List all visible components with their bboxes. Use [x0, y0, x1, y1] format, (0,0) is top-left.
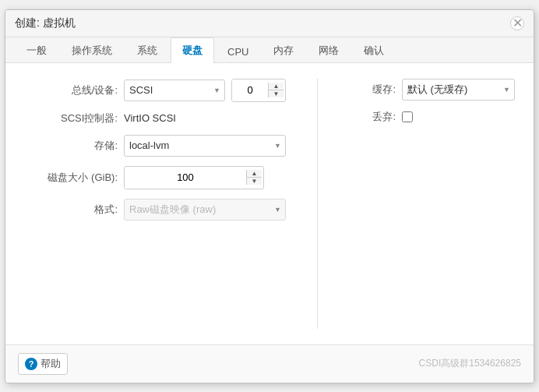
- disk-size-label: 磁盘大小 (GiB):: [24, 171, 118, 185]
- dialog-title: 创建: 虚拟机: [15, 16, 76, 30]
- tab-system[interactable]: 系统: [125, 37, 169, 63]
- bus-select[interactable]: SCSI: [124, 79, 225, 101]
- right-form-section: 缓存: 默认 (无缓存) 直接同步 回写 仅写入 丢弃:: [349, 79, 515, 329]
- device-spinbox-buttons: ▲ ▼: [268, 83, 284, 97]
- footer-watermark: CSDI高级群1534626825: [419, 357, 521, 370]
- format-select-wrapper: Raw磁盘映像 (raw): [124, 199, 286, 221]
- tab-os[interactable]: 操作系统: [60, 37, 124, 63]
- help-button[interactable]: ? 帮助: [18, 353, 68, 375]
- disk-size-spinbox-buttons: ▲ ▼: [246, 170, 262, 185]
- scsi-controller-value: VirtIO SCSI: [124, 112, 176, 124]
- dialog-footer: ? 帮助 CSDI高级群1534626825: [5, 344, 534, 383]
- device-decrement-button[interactable]: ▼: [269, 90, 284, 97]
- discard-row: 丢弃:: [349, 110, 515, 124]
- device-increment-button[interactable]: ▲: [269, 83, 284, 90]
- section-divider: [317, 79, 318, 329]
- disk-size-row: 磁盘大小 (GiB): ▲ ▼: [24, 166, 286, 189]
- format-label: 格式:: [24, 203, 118, 217]
- close-icon: ✕: [513, 16, 523, 30]
- disk-size-input[interactable]: [125, 167, 246, 189]
- device-input[interactable]: [232, 79, 268, 101]
- storage-row: 存储: local-lvm local: [24, 135, 286, 157]
- disk-size-decrement-button[interactable]: ▼: [247, 178, 262, 185]
- device-spinbox: ▲ ▼: [231, 79, 286, 102]
- cache-select[interactable]: 默认 (无缓存) 直接同步 回写 仅写入: [402, 79, 515, 101]
- tab-bar: 一般 操作系统 系统 硬盘 CPU 内存 网络 确认: [5, 37, 534, 63]
- scsi-controller-row: SCSI控制器: VirtIO SCSI: [24, 111, 286, 125]
- dialog-content: 总线/设备: SCSI ▲ ▼ SCSI控制器: VirtIO SCS: [5, 63, 534, 344]
- tab-general[interactable]: 一般: [15, 37, 58, 63]
- footer-left: ? 帮助: [18, 353, 68, 375]
- discard-label: 丢弃:: [349, 110, 396, 124]
- close-button[interactable]: ✕: [510, 16, 524, 30]
- tab-disk[interactable]: 硬盘: [171, 37, 214, 63]
- scsi-controller-label: SCSI控制器:: [24, 111, 118, 125]
- cache-select-wrapper: 默认 (无缓存) 直接同步 回写 仅写入: [402, 79, 515, 101]
- storage-select[interactable]: local-lvm local: [124, 135, 286, 157]
- cache-label: 缓存:: [349, 83, 396, 97]
- bus-device-row: 总线/设备: SCSI ▲ ▼: [24, 79, 286, 102]
- storage-label: 存储:: [24, 139, 118, 153]
- create-vm-dialog: 创建: 虚拟机 ✕ 一般 操作系统 系统 硬盘 CPU 内存 网络 确认 总线/…: [5, 9, 534, 383]
- bus-device-label: 总线/设备:: [24, 83, 118, 97]
- disk-size-increment-button[interactable]: ▲: [247, 170, 262, 178]
- tab-memory[interactable]: 内存: [262, 37, 305, 63]
- help-label: 帮助: [41, 357, 61, 371]
- disk-size-spinbox: ▲ ▼: [124, 166, 264, 189]
- cache-row: 缓存: 默认 (无缓存) 直接同步 回写 仅写入: [349, 79, 515, 101]
- left-form-section: 总线/设备: SCSI ▲ ▼ SCSI控制器: VirtIO SCS: [24, 79, 286, 329]
- discard-checkbox[interactable]: [402, 111, 413, 122]
- help-icon: ?: [25, 358, 37, 370]
- discard-checkbox-wrapper: [402, 111, 413, 122]
- tab-cpu[interactable]: CPU: [216, 40, 260, 63]
- tab-confirm[interactable]: 确认: [352, 37, 396, 63]
- format-row: 格式: Raw磁盘映像 (raw): [24, 199, 286, 221]
- title-bar: 创建: 虚拟机 ✕: [5, 10, 534, 37]
- format-select: Raw磁盘映像 (raw): [124, 199, 286, 221]
- storage-select-wrapper: local-lvm local: [124, 135, 286, 157]
- tab-network[interactable]: 网络: [307, 37, 351, 63]
